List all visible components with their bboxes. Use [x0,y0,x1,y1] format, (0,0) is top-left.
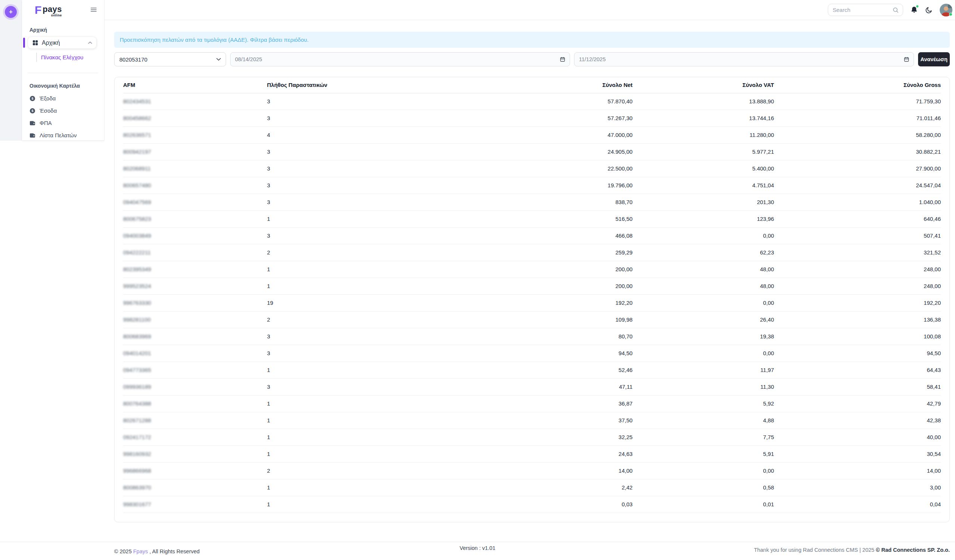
cell-count: 3 [267,227,471,244]
cell-net: 0,03 [471,496,633,513]
table-row: 800657480 3 19.796,00 4.751,04 24.547,04 [123,177,941,194]
table-row: 099936189 3 47,11 11,30 58,41 [123,378,941,395]
table-row: 998301677 1 0,03 0,01 0,04 [123,496,941,513]
date-to-value: 11/12/2025 [579,56,606,62]
cell-vat: 11,97 [633,361,774,378]
cell-count: 1 [267,446,471,462]
cell-gross: 42,79 [774,395,941,412]
cell-afm: 802068911 [123,160,267,177]
table-row: 800675823 1 516,50 123,96 640,46 [123,210,941,227]
refresh-button[interactable]: Ανανέωση [918,52,950,66]
sidebar-item-label: Λίστα Πελατών [39,132,77,138]
coin-dollar-icon: $ [30,108,36,114]
sidebar-item-home[interactable]: Αρχική [28,37,96,48]
cell-vat: 11,30 [633,378,774,395]
cell-afm: 092417172 [123,429,267,446]
cell-afm: 998281100 [123,311,267,328]
notifications-button[interactable] [910,6,918,14]
col-header-afm: AFM [123,77,267,93]
online-status-dot [949,13,952,16]
cell-gross: 42,38 [774,412,941,429]
cell-vat: 19,38 [633,328,774,345]
cell-gross: 248,00 [774,278,941,294]
coin-dollar-icon: $ [30,95,36,102]
sidebar-item-expenses[interactable]: $ Έξοδα [22,92,104,105]
cell-vat: 5.977,21 [633,143,774,160]
add-button[interactable]: + [5,6,17,18]
cell-gross: 71.011,46 [774,109,941,127]
cell-gross: 136,38 [774,311,941,328]
cell-afm: 802395349 [123,261,267,278]
cell-net: 47.000,00 [471,127,633,143]
cell-net: 109,98 [471,311,633,328]
table-row: 800458662 3 57.267,30 13.744,16 71.011,4… [123,109,941,127]
footer-brand-link[interactable]: Fpays [133,548,148,554]
table-row: 800942197 3 24.905,00 5.977,21 30.882,21 [123,143,941,160]
sidebar-item-label: Έξοδα [39,95,56,102]
moon-icon [925,6,933,14]
date-from-input[interactable]: 08/14/2025 [230,52,570,66]
col-header-count: Πλήθος Παραστατικών [267,77,471,93]
cell-net: 22.500,00 [471,160,633,177]
footer: © 2025 Fpays , All Rights Reserved Versi… [0,542,955,560]
table-row: 800863970 1 2,42 0,58 3,00 [123,479,941,496]
table-row: 802068911 3 22.500,00 5.400,00 27.900,00 [123,160,941,177]
cell-net: 24.905,00 [471,143,633,160]
table-row: 802395349 1 200,00 48,00 248,00 [123,261,941,278]
footer-version: Version : v1.01 [460,545,495,551]
sidebar-toggle-button[interactable] [91,8,97,13]
cell-count: 3 [267,328,471,345]
company-select-value: 802053170 [119,56,147,63]
cell-net: 57.870,40 [471,93,633,109]
cell-afm: 094003849 [123,227,267,244]
cell-afm: 094014201 [123,345,267,361]
footer-credits: Thank you for using Rad Connections CMS … [754,547,950,553]
cell-afm: 800863970 [123,479,267,496]
cell-net: 200,00 [471,278,633,294]
cell-net: 47,11 [471,378,633,395]
cell-gross: 1.040,00 [774,194,941,210]
cell-afm: 094773365 [123,361,267,378]
cell-vat: 11.280,00 [633,127,774,143]
footer-thanks-text: Thank you for using Rad Connections CMS … [754,547,874,553]
table-row: 800764388 1 36,87 5,92 42,79 [123,395,941,412]
cell-count: 3 [267,194,471,210]
cell-gross: 58.280,00 [774,127,941,143]
cell-count: 4 [267,127,471,143]
sidebar-item-dashboard[interactable]: Πίνακας Ελέγχου [36,53,97,62]
cell-afm: 099936189 [123,378,267,395]
table-row: 998160932 1 24,63 5,91 30,54 [123,446,941,462]
table-row: 094003849 3 466,08 0,00 507,41 [123,227,941,244]
search-box [828,4,903,16]
cell-net: 14,00 [471,462,633,479]
cell-afm: 998301677 [123,496,267,513]
cell-gross: 94,50 [774,345,941,361]
sidebar-item-income[interactable]: $ Έσοδα [22,105,104,117]
sidebar-item-label: Αρχική [42,39,60,46]
dark-mode-button[interactable] [925,6,933,14]
chevron-up-icon [88,41,92,44]
cell-vat: 5.400,00 [633,160,774,177]
cell-vat: 123,96 [633,210,774,227]
sidebar-item-clients[interactable]: Λίστα Πελατών [22,129,104,141]
cell-net: 37,50 [471,412,633,429]
cell-gross: 30,54 [774,446,941,462]
info-alert: Προεπισκόπηση πελατών από τα τιμολόγια (… [114,32,950,48]
cell-afm: 802671288 [123,412,267,429]
cell-count: 1 [267,429,471,446]
cell-afm: 800683969 [123,328,267,345]
col-header-gross: Σύνολο Gross [774,77,941,93]
footer-copyright: © 2025 Fpays , All Rights Reserved [114,548,200,554]
search-input[interactable] [833,7,890,13]
cell-count: 3 [267,109,471,127]
cell-gross: 507,41 [774,227,941,244]
table-row: 802434531 3 57.870,40 13.888,90 71.759,3… [123,93,941,109]
cell-vat: 7,75 [633,429,774,446]
user-avatar[interactable] [940,4,952,16]
chevron-down-icon [216,58,221,61]
svg-text:$: $ [31,109,33,113]
company-select[interactable]: 802053170 [114,52,226,66]
date-to-input[interactable]: 11/12/2025 [574,52,914,66]
table-row: 996763330 19 192,20 0,00 192,20 [123,294,941,311]
sidebar-item-vat[interactable]: ΦΠΑ [22,117,104,129]
